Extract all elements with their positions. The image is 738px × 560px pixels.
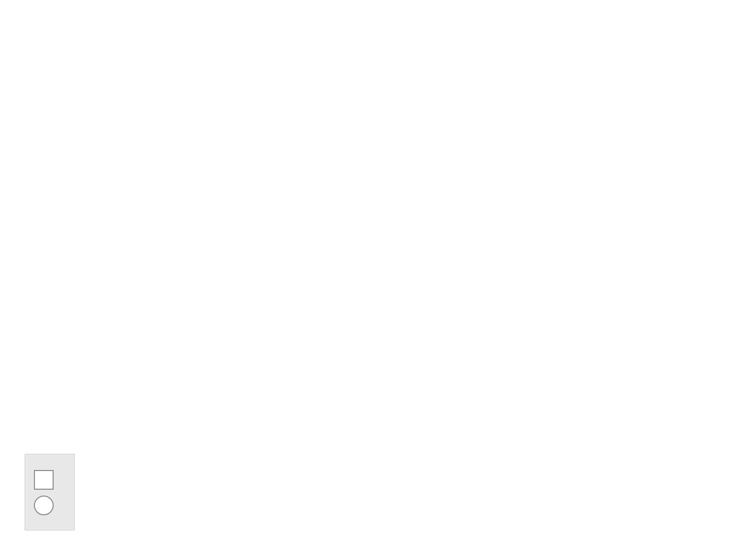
family-tree-diagram — [0, 0, 738, 560]
legend-male-item — [34, 470, 61, 490]
legend-male-icon — [34, 470, 54, 490]
legend-box — [25, 454, 75, 531]
legend-female-item — [34, 496, 61, 515]
legend-female-icon — [34, 496, 54, 515]
